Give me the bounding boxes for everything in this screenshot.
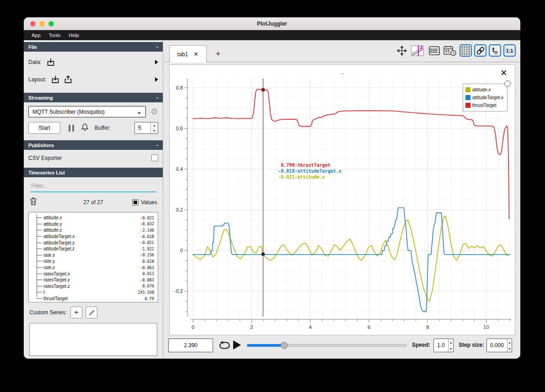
legend-label: attitude.x	[472, 87, 491, 92]
curve-style-icon[interactable]: A	[410, 44, 426, 57]
collapse-icon[interactable]: -	[156, 95, 158, 101]
custom-series-label: Custom Series:	[29, 309, 67, 316]
plot-widget[interactable]: ... ✕ attitude.xattitudeTarget.xthrustTa…	[169, 64, 515, 335]
add-tab-button[interactable]: +	[211, 48, 225, 60]
minimize-window-button[interactable]	[39, 21, 45, 26]
play-button[interactable]	[233, 340, 241, 350]
start-button[interactable]: Start	[28, 122, 60, 134]
custom-series-list[interactable]	[29, 323, 157, 356]
spin-up-icon[interactable]: ▲	[151, 122, 158, 128]
slider-thumb[interactable]	[281, 342, 288, 349]
trash-icon[interactable]	[29, 197, 37, 207]
values-checkbox[interactable]	[132, 199, 139, 206]
timeseries-row[interactable]: attitudeTarget.z-1.922	[43, 246, 155, 252]
speed-spinbox[interactable]: 1.0 ▲▼	[433, 339, 454, 352]
speed-value: 1.0	[434, 339, 448, 352]
timeseries-list[interactable]: attitude.x-0.021attitude.y-0.032attitude…	[28, 212, 158, 302]
layout-label: Layout:	[28, 76, 46, 83]
timeseries-section-header[interactable]: Timeseries List	[24, 168, 163, 177]
timeseries-name: attitude.x	[43, 215, 62, 220]
legend-entry[interactable]: attitudeTarget.x	[465, 94, 503, 101]
move-tool-icon[interactable]	[395, 44, 408, 57]
data-expand-arrow-icon[interactable]	[155, 60, 158, 64]
tracker-readout: 0.790 : thrustTarget-0.018 : attitudeTar…	[275, 162, 341, 180]
values-toggle[interactable]: Values	[132, 199, 157, 206]
slider-fill	[247, 344, 284, 347]
timeseries-row[interactable]: rate.x-0.156	[43, 252, 155, 259]
menu-item-app[interactable]: App	[27, 32, 45, 38]
plot-title: ...	[170, 69, 515, 75]
menu-item-help[interactable]: Help	[64, 32, 83, 38]
data-label: Data:	[28, 59, 42, 65]
left-panel: File - Data: Layout:	[24, 40, 163, 359]
close-window-button[interactable]	[30, 21, 36, 26]
current-time-display[interactable]: 2.390	[168, 339, 213, 352]
buffer-spinbox[interactable]: 5 ▲▼	[134, 122, 158, 134]
grid-layout-icon[interactable]	[460, 44, 472, 57]
timeseries-row[interactable]: rate.y0.018	[43, 258, 155, 265]
publishers-section-header[interactable]: Publishers -	[24, 140, 163, 150]
timeseries-row[interactable]: attitudeTarget.y-0.051	[43, 239, 155, 246]
timeseries-row[interactable]: ratesTarget.z0.676	[43, 283, 155, 290]
loop-icon[interactable]	[218, 339, 231, 351]
edit-custom-series-button[interactable]	[85, 307, 97, 318]
streaming-source-select[interactable]: MQTT Subscriber (Mosquitto) ⌄	[28, 106, 146, 117]
filter-input[interactable]	[30, 181, 156, 192]
link-icon[interactable]	[474, 44, 486, 57]
maximize-window-button[interactable]	[48, 21, 54, 26]
date-time-icon[interactable]	[443, 44, 457, 57]
timeline-slider[interactable]	[247, 342, 407, 349]
spin-up-icon[interactable]: ▲	[508, 339, 512, 345]
load-data-icon[interactable]	[46, 58, 55, 67]
legend-entry[interactable]: attitude.x	[465, 86, 503, 94]
legend-handle-icon[interactable]	[504, 80, 511, 87]
t0-time-offset-button[interactable]: tO	[489, 44, 501, 57]
save-layout-icon[interactable]	[64, 75, 73, 84]
csv-exporter-checkbox[interactable]	[151, 154, 158, 161]
timeseries-value: 0.676	[142, 284, 155, 288]
timeseries-row[interactable]: ratesTarget.y-0.083	[43, 277, 155, 283]
collapse-icon[interactable]: -	[156, 142, 158, 148]
timeseries-name: ratesTarget.x	[43, 271, 70, 276]
timeseries-row[interactable]: t245.548	[43, 289, 155, 296]
pause-icon[interactable]	[69, 125, 74, 132]
tab-tab1[interactable]: tab1 ✕	[169, 45, 207, 63]
timeseries-row[interactable]: attitudeTarget.x-0.018	[43, 233, 155, 240]
spin-up-icon[interactable]: ▲	[449, 339, 453, 345]
add-custom-series-button[interactable]: +	[70, 307, 82, 318]
timeseries-row[interactable]: thrustTarget0.79	[43, 296, 155, 302]
timeseries-row[interactable]: ratesTarget.x0.012	[43, 270, 155, 277]
list-view-icon[interactable]	[428, 44, 440, 57]
tracker-line-readout: -0.021 : attitude.x	[275, 174, 341, 180]
step-size-spinbox[interactable]: 0.000 ▲▼	[486, 339, 512, 352]
legend-entry[interactable]: thrustTarget	[465, 101, 503, 109]
collapse-icon[interactable]: -	[156, 44, 158, 50]
load-layout-icon[interactable]	[51, 75, 60, 84]
right-panel: tab1 ✕ +	[164, 40, 520, 359]
streaming-section-header[interactable]: Streaming -	[24, 93, 163, 102]
plot-legend[interactable]: attitude.xattitudeTarget.xthrustTarget	[463, 84, 508, 111]
ratio-1-1-button[interactable]: 1:1	[503, 44, 516, 57]
spin-down-icon[interactable]: ▼	[151, 128, 158, 133]
timeseries-name: rate.y	[43, 259, 55, 264]
spin-down-icon[interactable]: ▼	[449, 345, 453, 352]
spin-down-icon[interactable]: ▼	[508, 345, 512, 352]
timeseries-row[interactable]: attitude.y-0.032	[43, 221, 155, 228]
x-tick-label: 4	[309, 324, 312, 330]
plot-close-icon[interactable]: ✕	[500, 68, 508, 78]
timeseries-value: -0.063	[140, 265, 155, 270]
file-section-header[interactable]: File -	[24, 42, 163, 52]
timeseries-row[interactable]: rate.z-0.063	[43, 265, 155, 271]
menu-item-tools[interactable]: Tools	[45, 32, 65, 38]
legend-color-swatch	[465, 87, 470, 92]
app-window: PlotJuggler AppToolsHelp File - Data:	[24, 17, 520, 359]
bell-icon[interactable]	[80, 123, 89, 133]
tab-close-icon[interactable]: ✕	[193, 51, 198, 58]
timeseries-row[interactable]: attitude.z-2.148	[43, 227, 155, 233]
gear-icon[interactable]: ⚙	[150, 106, 158, 117]
timeseries-name: attitudeTarget.y	[43, 240, 75, 245]
layout-expand-arrow-icon[interactable]	[155, 77, 158, 82]
timeseries-name: rate.x	[43, 253, 55, 258]
legend-color-swatch	[465, 95, 470, 100]
timeseries-row[interactable]: attitude.x-0.021	[43, 215, 155, 221]
